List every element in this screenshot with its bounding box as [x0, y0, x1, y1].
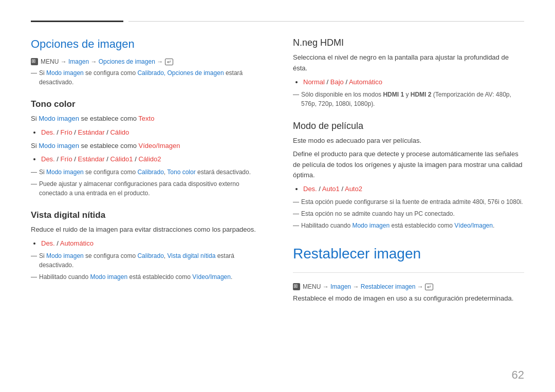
modo-pelicula-title: Modo de película — [293, 121, 524, 132]
page-number: 62 — [512, 368, 524, 382]
nneg-hdmi-bullet-list: Normal / Bajo / Automático — [293, 77, 524, 87]
tono-color-bullet1: Des. / Frío / Estándar / Cálido — [41, 127, 262, 138]
tono-color-dash2: Puede ajustar y almacenar configuracione… — [31, 179, 262, 198]
opciones-warning-note: Si Modo imagen se configura como Calibra… — [31, 68, 262, 87]
nneg-hdmi-bullet: Normal / Bajo / Automático — [303, 77, 524, 87]
restablecer-title: Restablecer imagen — [293, 246, 524, 262]
nneg-hdmi-title: N.neg HDMI — [293, 38, 524, 48]
menu-path-opciones: MENU → Imagen → Opciones de imagen → ↵ — [31, 58, 262, 65]
modo-pelicula-dash1: Esta opción puede configurarse si la fue… — [293, 197, 524, 207]
menu-icon-restablecer — [293, 283, 300, 290]
right-column: N.neg HDMI Selecciona el nivel de negro … — [293, 38, 524, 307]
modo-pelicula-body1: Este modo es adecuado para ver películas… — [293, 136, 524, 146]
restablecer-divider — [293, 272, 524, 273]
modo-pelicula-bullet: Des. / Auto1 / Auto2 — [303, 184, 524, 194]
menu-path-text: MENU → Imagen → Opciones de imagen → ↵ — [41, 58, 173, 65]
tono-color-bullet1-list: Des. / Frío / Estándar / Cálido — [31, 127, 262, 138]
top-rule-decoration — [31, 21, 524, 22]
vista-digital-dash2: Habilitado cuando Modo imagen está estab… — [31, 272, 262, 282]
menu-icon — [31, 58, 38, 65]
left-column: Opciones de imagen MENU → Imagen → Opcio… — [31, 38, 262, 307]
tono-color-note2: Si Modo imagen se establece como Vídeo/I… — [31, 141, 262, 152]
restablecer-body: Restablece el modo de imagen en uso a su… — [293, 293, 524, 304]
tono-color-dash1: Si Modo imagen se configura como Calibra… — [31, 167, 262, 177]
opciones-title: Opciones de imagen — [31, 38, 262, 51]
vista-digital-body: Reduce el ruido de la imagen para evitar… — [31, 225, 262, 235]
nneg-hdmi-body: Selecciona el nivel de negro en la panta… — [293, 52, 524, 74]
tono-color-bullet2: Des. / Frío / Estándar / Cálido1 / Cálid… — [41, 154, 262, 164]
vista-digital-dash1: Si Modo imagen se configura como Calibra… — [31, 251, 262, 270]
modo-pelicula-bullet-list: Des. / Auto1 / Auto2 — [293, 184, 524, 194]
modo-pelicula-body2: Define el producto para que detecte y pr… — [293, 149, 524, 181]
vista-digital-bullet: Des. / Automático — [41, 238, 262, 249]
vista-digital-title: Vista digital nítida — [31, 210, 262, 220]
nneg-hdmi-dash1: Sólo disponible en los modos HDMI 1 y HD… — [293, 90, 524, 108]
enter-icon: ↵ — [165, 59, 173, 65]
tono-color-note1: Si Modo imagen se establece como Texto — [31, 114, 262, 124]
menu-path-restablecer: MENU → Imagen → Restablecer imagen → ↵ — [293, 283, 524, 290]
tono-color-bullet2-list: Des. / Frío / Estándar / Cálido1 / Cálid… — [31, 154, 262, 164]
menu-path-restablecer-text: MENU → Imagen → Restablecer imagen → ↵ — [303, 283, 433, 290]
tono-color-title: Tono color — [31, 99, 262, 109]
enter-icon-restablecer: ↵ — [425, 284, 433, 290]
modo-pelicula-dash2: Esta opción no se admite cuando hay un P… — [293, 209, 524, 218]
vista-digital-bullet-list: Des. / Automático — [31, 238, 262, 249]
modo-pelicula-dash3: Habilitado cuando Modo imagen está estab… — [293, 221, 524, 230]
